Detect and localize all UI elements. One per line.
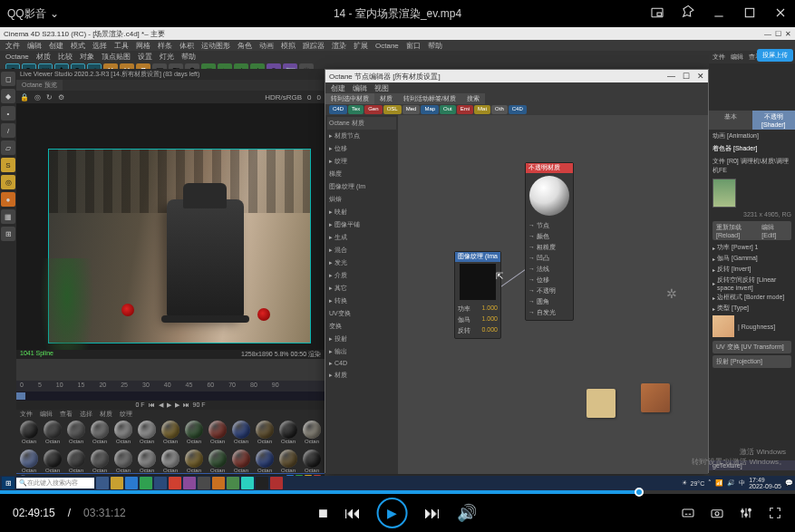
node-param[interactable]: → 颜色 bbox=[528, 231, 570, 242]
pick-icon[interactable]: ◎ bbox=[34, 93, 41, 102]
snapshot-button[interactable] bbox=[710, 506, 724, 520]
chip[interactable]: Gen bbox=[364, 105, 382, 114]
c4d-menu-item[interactable]: 模式 bbox=[71, 41, 85, 51]
frames-item[interactable]: 60 bbox=[207, 382, 214, 391]
rd-menu-item[interactable]: 文件 bbox=[713, 53, 725, 62]
timeline[interactable]: 051015202530404560708090 0 F ⏮ ◀ ▶ ▶ ⏭ 9… bbox=[16, 381, 325, 410]
tl-prev-icon[interactable]: ◀ bbox=[159, 401, 163, 410]
play-button[interactable]: ▶ bbox=[377, 498, 408, 528]
timeline-slider[interactable] bbox=[16, 392, 325, 401]
material-ball[interactable]: Octan bbox=[136, 421, 158, 448]
maximize-icon[interactable] bbox=[742, 5, 757, 23]
oct-titlebar[interactable]: Octane 节点编辑器 [所有材质设置] —☐✕ bbox=[325, 70, 708, 82]
edge-mode-icon[interactable]: / bbox=[1, 123, 15, 138]
close-icon[interactable] bbox=[773, 5, 788, 23]
oct-win-menu-item[interactable]: 视图 bbox=[374, 83, 389, 93]
lv-tab[interactable]: Octane 预览 bbox=[16, 80, 63, 91]
oct-menu-item[interactable]: 顶点贴图 bbox=[102, 52, 131, 62]
tree-item[interactable]: 变换 bbox=[327, 320, 396, 333]
tb-app-icon[interactable] bbox=[169, 477, 181, 489]
chip[interactable]: Med bbox=[402, 105, 421, 114]
upload-badge[interactable]: 投屏上传 bbox=[757, 49, 793, 62]
rd-tab-shader[interactable]: 不透明 [Shader] bbox=[752, 111, 796, 130]
tree-item[interactable]: ▸ 介质 bbox=[327, 269, 396, 282]
chip[interactable]: OSL bbox=[383, 105, 402, 114]
rd-check[interactable]: 伽马 [Gamma] bbox=[709, 253, 795, 264]
rd-proj-btn[interactable]: 投射 [Projection] bbox=[713, 355, 791, 368]
tray-wifi-icon[interactable]: 📶 bbox=[715, 479, 723, 487]
tray-ime-icon[interactable]: 中 bbox=[739, 479, 745, 488]
oct-menu-item[interactable]: 设置 bbox=[138, 52, 152, 62]
stop-button[interactable]: ■ bbox=[318, 504, 328, 523]
oct-min-icon[interactable]: — bbox=[667, 72, 675, 81]
sticky-note-img[interactable] bbox=[641, 383, 670, 412]
c4d-menu-item[interactable]: 工具 bbox=[114, 41, 129, 51]
c4d-menu-item[interactable]: 扩展 bbox=[354, 41, 368, 51]
mat-menu-item[interactable]: 选择 bbox=[80, 410, 92, 419]
frames-item[interactable]: 25 bbox=[121, 382, 128, 391]
rd-tab-basic[interactable]: 基本 bbox=[709, 111, 752, 130]
c4d-menu-item[interactable]: 模拟 bbox=[281, 41, 296, 51]
c4d-max-icon[interactable]: ☐ bbox=[775, 30, 781, 38]
tex-icon[interactable]: ▦ bbox=[1, 209, 15, 224]
tree-item[interactable]: ▸ 发光 bbox=[327, 256, 396, 269]
c4d-menu-item[interactable]: 选择 bbox=[92, 41, 107, 51]
frames-item[interactable]: 10 bbox=[56, 382, 63, 391]
c4d-menu-item[interactable]: 创建 bbox=[49, 41, 63, 51]
tree-item[interactable]: ▸ 其它 bbox=[327, 282, 396, 295]
poly-mode-icon[interactable]: ▱ bbox=[1, 140, 15, 155]
frames-item[interactable]: 90 bbox=[272, 382, 279, 391]
tree-item[interactable]: ▸ 材质 bbox=[327, 369, 396, 382]
oct-menu-item[interactable]: 对象 bbox=[80, 52, 94, 62]
oct-menu-item[interactable]: 材质 bbox=[36, 52, 51, 62]
tl-last-icon[interactable]: ⏭ bbox=[183, 401, 189, 410]
player-seekbar[interactable] bbox=[0, 490, 795, 494]
c4d-menu-item[interactable]: 体积 bbox=[179, 41, 194, 51]
tb-app-icon[interactable] bbox=[241, 477, 254, 489]
oct-tab[interactable]: 转到选中材质 bbox=[325, 93, 374, 104]
node-param[interactable]: → 法线 bbox=[528, 264, 570, 275]
tb-cortana-icon[interactable] bbox=[96, 477, 109, 489]
point-mode-icon[interactable]: • bbox=[1, 106, 15, 121]
node-param[interactable]: → 凹凸 bbox=[528, 253, 570, 264]
video-canvas[interactable]: Cinema 4D S23.110 (RC) - [场景渲染.c4d] *– 主… bbox=[0, 27, 795, 490]
c4d-menu-item[interactable]: 角色 bbox=[238, 41, 252, 51]
material-ball[interactable]: Octan bbox=[42, 421, 63, 448]
tb-app-icon[interactable] bbox=[212, 477, 225, 489]
tree-item[interactable]: ▸ 混合 bbox=[327, 244, 396, 256]
c4d-menu-item[interactable]: 文件 bbox=[5, 41, 20, 51]
sticky-note[interactable] bbox=[587, 389, 616, 418]
rd-thumb[interactable] bbox=[713, 179, 736, 208]
start-icon[interactable]: ⊞ bbox=[2, 477, 15, 489]
oct-tab[interactable]: 搜索 bbox=[461, 93, 485, 104]
c4d-menu-item[interactable]: 样条 bbox=[158, 41, 172, 51]
tree-item[interactable]: ▸ C4D bbox=[327, 358, 396, 369]
mat-menu-item[interactable]: 文件 bbox=[20, 410, 33, 419]
oct-menu-item[interactable]: 帮助 bbox=[181, 52, 196, 62]
tray-up-icon[interactable]: ˄ bbox=[708, 479, 712, 487]
rd-check[interactable]: 功率 [Power] 1 bbox=[709, 242, 795, 253]
c4d-menu-item[interactable]: 编辑 bbox=[27, 41, 42, 51]
material-ball[interactable]: Octan bbox=[18, 421, 40, 448]
rd-check[interactable]: 边框模式 [Border mode] bbox=[709, 292, 795, 303]
tb-edge-icon[interactable] bbox=[125, 477, 138, 489]
frames-item[interactable]: 5 bbox=[38, 382, 42, 391]
frames-item[interactable]: 70 bbox=[228, 382, 236, 391]
chip[interactable]: Emi bbox=[457, 105, 473, 114]
frames-item[interactable]: 80 bbox=[250, 382, 257, 391]
tree-item[interactable]: 图像纹理 (Im bbox=[327, 180, 396, 193]
chip[interactable]: Map bbox=[421, 105, 439, 114]
c4d-menu-item[interactable]: 动画 bbox=[259, 41, 274, 51]
material-ball[interactable]: Octan bbox=[230, 421, 252, 448]
c4d-min-icon[interactable]: — bbox=[764, 30, 771, 38]
frames-item[interactable]: 20 bbox=[99, 382, 106, 391]
pip-icon[interactable] bbox=[650, 5, 664, 23]
c4d-menu-item[interactable]: 运动图形 bbox=[201, 41, 230, 51]
frames-item[interactable]: 0 bbox=[20, 382, 24, 391]
next-button[interactable]: ⏭ bbox=[424, 504, 441, 523]
chip[interactable]: Oth bbox=[491, 105, 508, 114]
volume-button[interactable]: 🔊 bbox=[457, 503, 477, 523]
c4d-menu-item[interactable]: 窗口 bbox=[406, 41, 421, 51]
fullscreen-button[interactable] bbox=[768, 506, 782, 520]
octane-mat-icon[interactable]: ● bbox=[1, 192, 15, 207]
